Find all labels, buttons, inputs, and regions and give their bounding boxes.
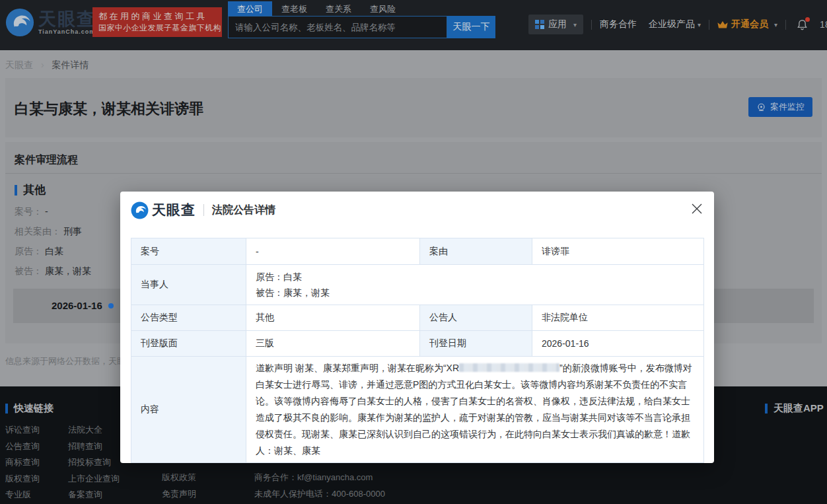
field-case-number: 案号：- [15, 205, 91, 217]
table-row: 案号 - 案由 诽谤罪 [131, 238, 704, 265]
page: 天眼查 TianYanCha.com 都在用的商业查询工具 国家中小企业发展子基… [0, 0, 827, 504]
section-title: 案件审理流程 [15, 153, 78, 167]
footer-links-col3: 版权政策 免责声明 [162, 473, 196, 504]
field-related-cause: 相关案由：刑事 [15, 225, 91, 237]
close-button[interactable] [689, 201, 705, 217]
apps-menu[interactable]: 应用 ▾ [528, 15, 583, 34]
promo-line-1: 都在用的商业查询工具 [98, 10, 216, 22]
announcement-detail-table: 案号 - 案由 诽谤罪 当事人 原告：白某 被告：康某，谢某 公告类型 其他 公… [131, 238, 704, 463]
divider [709, 20, 709, 30]
page-title: 白某与康某，谢某相关诽谤罪 [15, 99, 203, 119]
footer-link[interactable]: 诉讼查询 [5, 425, 40, 435]
footer-link[interactable]: 备案查询 [68, 490, 120, 499]
breadcrumb-current: 案件详情 [52, 59, 89, 70]
table-row: 内容 道歉声明 谢某、康某郑重声明，谢某在昵称为“XR”的新浪微博账号中，发布微… [131, 357, 704, 463]
cell-value-parties: 原告：白某 被告：康某，谢某 [246, 265, 704, 305]
footer-link[interactable]: 招聘查询 [68, 442, 120, 451]
brand-name: 天眼查 [38, 10, 96, 28]
case-monitor-label: 案件监控 [770, 101, 805, 113]
cell-label-case-no: 案号 [131, 238, 246, 265]
apps-menu-label: 应用 [548, 18, 567, 30]
modal-brand-name: 天眼查 [152, 201, 196, 219]
monitor-camera-icon [756, 102, 766, 112]
divider [591, 20, 592, 30]
cell-label-cause: 案由 [420, 238, 532, 265]
party-plaintiff: 原告：白某 [256, 269, 694, 285]
case-monitor-button[interactable]: 案件监控 [748, 97, 812, 117]
search-tab-company[interactable]: 查公司 [228, 1, 272, 16]
crown-icon [717, 20, 728, 29]
footer-contact-email: 商务合作：kf@tianyancha.com [254, 473, 385, 482]
vip-upgrade[interactable]: 开通会员 ▾ [717, 18, 777, 30]
divider [5, 173, 822, 174]
cell-value-page: 三版 [246, 331, 420, 357]
footer-link[interactable]: 免责声明 [162, 489, 196, 499]
stage-label: 其他 [23, 182, 46, 198]
cell-label-content: 内容 [131, 357, 246, 463]
brand-swirl-icon [5, 8, 34, 37]
brand-swirl-icon [131, 201, 149, 219]
notification-bell[interactable] [797, 19, 808, 30]
breadcrumb: 天眼查 › 案件详情 [5, 59, 89, 71]
footer-contact-phone: 未成年人保护电话：400-608-0000 [254, 489, 385, 499]
search-tab-relation[interactable]: 查关系 [316, 1, 361, 16]
caret-down-icon: ▾ [573, 21, 577, 28]
footer-link[interactable]: 上市企业查询 [68, 474, 120, 484]
table-row: 公告类型 其他 公告人 非法院单位 [131, 305, 704, 331]
cell-label-announcer: 公告人 [420, 305, 532, 331]
timeline-dot-icon [108, 303, 114, 308]
cell-label-page: 刊登版面 [131, 331, 246, 357]
section-accent-bar [15, 185, 17, 196]
search-module: 查公司 查老板 查关系 查风险 天眼一下 [228, 1, 495, 38]
footer-contact: 商务合作：kf@tianyancha.com 未成年人保护电话：400-608-… [254, 473, 385, 504]
cell-value-content: 道歉声明 谢某、康某郑重声明，谢某在昵称为“XR”的新浪微博账号中，发布微博对白… [246, 357, 704, 463]
content-text-part1: 道歉声明 谢某、康某郑重声明，谢某在昵称为“XR [256, 363, 459, 373]
apps-grid-icon [535, 20, 544, 29]
brand-logo: 天眼查 [131, 201, 196, 219]
court-announcement-modal: 天眼查 法院公告详情 案号 - 案由 诽谤罪 当事人 原告：白某 被告：康某， [120, 192, 714, 463]
promo-badge: 都在用的商业查询工具 国家中小企业发展子基金旗下机构 [92, 7, 222, 37]
account-phone[interactable]: 186... ▾ [820, 19, 827, 30]
divider [785, 20, 786, 30]
stage-header: 其他 [15, 182, 46, 198]
close-icon [691, 203, 703, 215]
breadcrumb-home[interactable]: 天眼查 [5, 59, 33, 70]
footer-link[interactable]: 版权查询 [5, 474, 40, 484]
caret-down-icon: ▾ [698, 21, 701, 28]
header-nav: 应用 ▾ 商务合作 企业级产品 ▾ 开通会员 ▾ [528, 14, 827, 35]
footer-link[interactable]: 专业版 [5, 490, 40, 499]
cell-label-parties: 当事人 [131, 265, 246, 305]
content-text-part2: ”的新浪微博账号中，发布微博对白某女士进行辱骂、诽谤，并通过恶意P图的方式丑化白… [256, 363, 692, 456]
cell-value-announcer: 非法院单位 [532, 305, 704, 331]
data-source-disclaimer: 信息来源于网络公开数据，天眼查 [5, 355, 134, 367]
footer-links-col1: 诉讼查询 公告查询 商标查询 版权查询 专业版 [5, 425, 40, 504]
footer-link[interactable]: 版权政策 [162, 473, 196, 482]
timeline-date: 2026-01-16 [52, 300, 102, 311]
title-band: 白某与康某，谢某相关诽谤罪 案件监控 [5, 78, 822, 137]
nav-business-cooperation[interactable]: 商务合作 [600, 18, 637, 30]
search-tab-risk[interactable]: 查风险 [361, 1, 405, 16]
cell-value-type: 其他 [246, 305, 420, 331]
section-accent-bar [5, 404, 8, 414]
vip-label: 开通会员 [731, 18, 768, 30]
field-defendant: 被告：康某，谢某 [15, 265, 91, 277]
top-header: 天眼查 TianYanCha.com 都在用的商业查询工具 国家中小企业发展子基… [0, 0, 827, 50]
cell-value-cause: 诽谤罪 [532, 238, 704, 265]
chevron-right-icon: › [41, 59, 44, 70]
search-tab-boss[interactable]: 查老板 [272, 1, 316, 16]
field-plaintiff: 原告：白某 [15, 245, 91, 257]
search-button[interactable]: 天眼一下 [447, 16, 495, 38]
search-input[interactable] [228, 16, 447, 38]
cell-value-publish-date: 2026-01-16 [532, 331, 704, 357]
divider [203, 204, 204, 216]
nav-enterprise-products[interactable]: 企业级产品 ▾ [649, 18, 701, 30]
footer-link[interactable]: 商标查询 [5, 458, 40, 467]
cell-label-publish-date: 刊登日期 [420, 331, 532, 357]
case-fields: 案号：- 相关案由：刑事 原告：白某 被告：康某，谢某 [15, 205, 91, 285]
footer-link[interactable]: 法院大全 [68, 425, 120, 435]
cell-label-type: 公告类型 [131, 305, 246, 331]
quick-links-title: 快速链接 [5, 402, 54, 415]
footer-link[interactable]: 招投标查询 [68, 458, 120, 467]
brand-logo[interactable]: 天眼查 TianYanCha.com [5, 8, 96, 37]
footer-link[interactable]: 公告查询 [5, 442, 40, 451]
